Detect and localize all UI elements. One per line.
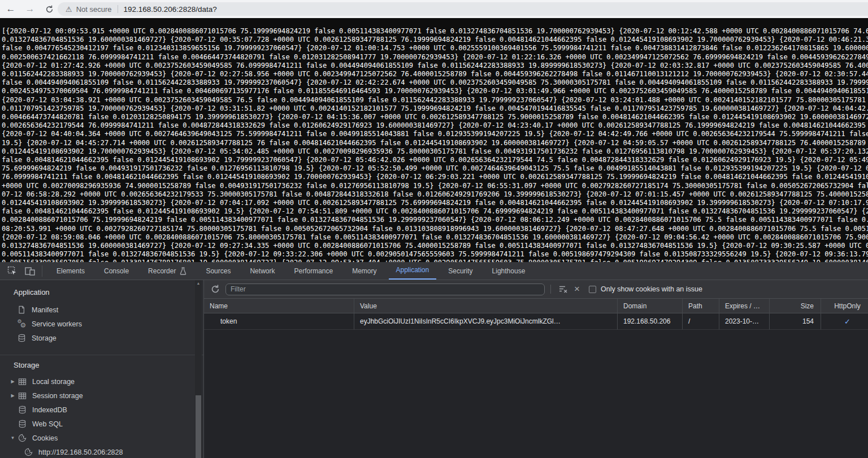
data-line: 08:20:53.991 +0000 UTC 0.002792826072718… [2,225,868,233]
devtools-panel: Elements Console Recorder Sources Networ… [0,262,868,458]
data-line: 0.0028400886071015706 75.19999694824219 … [2,216,868,224]
column-header-size[interactable]: Size [770,299,821,313]
device-toolbar-icon [25,267,35,276]
data-line: [{2020-07-12 00:09:53.915 +0000 UTC 0.00… [2,27,868,36]
sidebar-item-web-sql[interactable]: Web SQL [0,417,203,431]
tab-application[interactable]: Application [389,262,437,280]
filter-input[interactable] [225,283,545,295]
sidebar-item-local-storage[interactable]: ▶ Local storage [0,374,203,389]
sidebar-item-indexeddb[interactable]: IndexedDB [0,403,203,417]
database-icon [18,420,27,428]
clear-filter-icon[interactable] [557,282,570,296]
cookie-expires-cell[interactable]: 2023-10-… [719,313,770,330]
sidebar-item-label: Session storage [32,392,83,400]
scrollbar-up-arrow[interactable]: ▲ [195,281,202,285]
gears-icon: ⚙⚙ [17,320,26,328]
cookie-name-cell[interactable]: token [204,313,354,330]
chevron-down-icon[interactable]: ▼ [9,435,16,440]
sidebar-item-label: Service workers [32,320,82,328]
database-icon [17,334,26,342]
data-line: 0.011562442283388933 19.700000762939453}… [2,70,868,78]
data-line: 07-12 06:58:28.292 +0000 UTC 0.002656364… [2,190,868,199]
tab-recorder[interactable]: Recorder [141,262,194,280]
cookies-toolbar: × Only show cookies with an issue [204,280,868,299]
scrollbar-thumb[interactable] [196,395,201,458]
data-line: 0.011707951423759785 19.700000762939453}… [2,104,868,113]
sidebar-item-label: Local storage [32,378,75,386]
table-grid-icon [18,378,27,386]
issue-filter-checkbox[interactable] [589,286,596,293]
sidebar-item-manifest[interactable]: Manifest [0,303,203,317]
cookie-icon [18,434,27,442]
data-line: 0.013274836704851536 19.600000381469727}… [2,36,868,44]
tab-elements[interactable]: Elements [49,262,92,280]
cookie-httponly-check[interactable]: ✓ [821,313,868,330]
document-icon [17,306,26,314]
data-line: 0.005114383400977071 false 0.01327483670… [2,250,868,259]
toolbar-divider [42,265,42,277]
url-text[interactable]: 192.168.50.206:2828/data? [124,5,217,14]
sidebar-item-storage[interactable]: Storage [0,331,203,345]
tab-lighthouse[interactable]: Lighthouse [485,262,533,280]
browser-toolbar: ← → ⚠ Not secure 192.168.50.206:2828/dat… [0,0,868,18]
sidebar-item-cookies[interactable]: ▼ Cookies [0,431,203,445]
issue-filter-label[interactable]: Only show cookies with an issue [601,285,702,293]
sidebar-section-application: Application [0,280,203,303]
tab-network[interactable]: Network [242,262,282,280]
sidebar-item-label: IndexedDB [32,406,67,414]
cookies-table-empty-area [204,330,868,458]
device-toolbar-button[interactable] [23,264,37,278]
sidebar-item-cookie-origin[interactable]: http://192.168.50.206:2828 [0,445,203,458]
column-header-name[interactable]: Name [204,299,354,313]
data-line: 0.012445419108693902 19.700000762939453}… [2,147,868,156]
data-line: 19.5} {2020-07-12 04:45:27.714 +0000 UTC… [2,139,868,147]
sidebar-item-label: Manifest [32,306,58,314]
tab-sources[interactable]: Sources [198,262,238,280]
security-status-label[interactable]: Not secure [76,5,112,14]
sidebar-item-service-workers[interactable]: ⚙⚙ Service workers [0,317,203,331]
tab-security[interactable]: Security [441,262,480,280]
cookie-table-row[interactable]: token eyJhbGciOiJIUzI1NiIsInR5cCI6IkpXVC… [204,313,868,330]
data-line: +0000 UTC 0.00270098296935936 74.9000015… [2,182,868,190]
reload-button[interactable] [41,1,58,17]
refresh-icon [211,285,220,294]
sidebar-item-label: Cookies [32,434,58,442]
data-line: false 0.004494094061855109 false 0.01156… [2,78,868,87]
sidebar-item-session-storage[interactable]: ▶ Session storage [0,389,203,403]
data-line: 0.004664473744820781 false 0.01203128250… [2,113,868,121]
cookie-size-cell[interactable]: 154 [770,313,821,330]
reload-icon [45,5,54,14]
chevron-right-icon[interactable]: ▶ [9,393,16,398]
flask-icon [180,267,186,275]
address-bar[interactable]: ⚠ Not secure 192.168.50.206:2828/data? [58,2,868,16]
toolbar-divider [550,285,551,294]
data-line: 76.0999984741211 false 0.004814621044662… [2,173,868,181]
database-icon [18,405,27,414]
column-header-value[interactable]: Value [354,299,618,313]
column-header-domain[interactable]: Domain [618,299,683,313]
cookie-value-cell[interactable]: eyJhbGciOiJIUzI1NiIsInR5cCI6IkpXVCJ9.eyJ… [354,313,618,330]
tab-performance[interactable]: Performance [287,262,340,280]
column-header-httponly[interactable]: HttpOnly [821,299,868,313]
tab-console[interactable]: Console [97,262,136,280]
data-line: {2020-07-12 01:27:42.926 +0000 UTC 0.002… [2,62,868,70]
data-line: 0.012445419108693902 19.399999618530273}… [2,199,868,207]
chevron-right-icon[interactable]: ▶ [9,379,16,384]
clear-all-icon[interactable]: × [570,282,584,296]
sidebar-item-label: http://192.168.50.206:2828 [38,448,123,456]
cookie-icon [24,448,33,456]
refresh-button[interactable] [209,282,222,296]
omnibox-divider [118,5,118,13]
tab-memory[interactable]: Memory [345,262,384,280]
data-line: false 0.004814621044662395 false 0.01244… [2,156,868,164]
data-line: false 0.004814621044662395 false 0.01244… [2,207,868,216]
sidebar-scrollbar[interactable]: ▲ [195,280,202,458]
column-header-expires[interactable]: Expires / … [719,299,770,313]
back-button[interactable]: ← [2,1,19,17]
cookie-domain-cell[interactable]: 192.168.50.206 [618,313,683,330]
column-header-path[interactable]: Path [683,299,719,313]
cookie-path-cell[interactable]: / [683,313,719,330]
inspect-element-button[interactable] [5,264,19,278]
data-line: 0.0024534975370069504 76.0999984741211 f… [2,87,868,95]
forward-button[interactable]: → [21,1,38,17]
